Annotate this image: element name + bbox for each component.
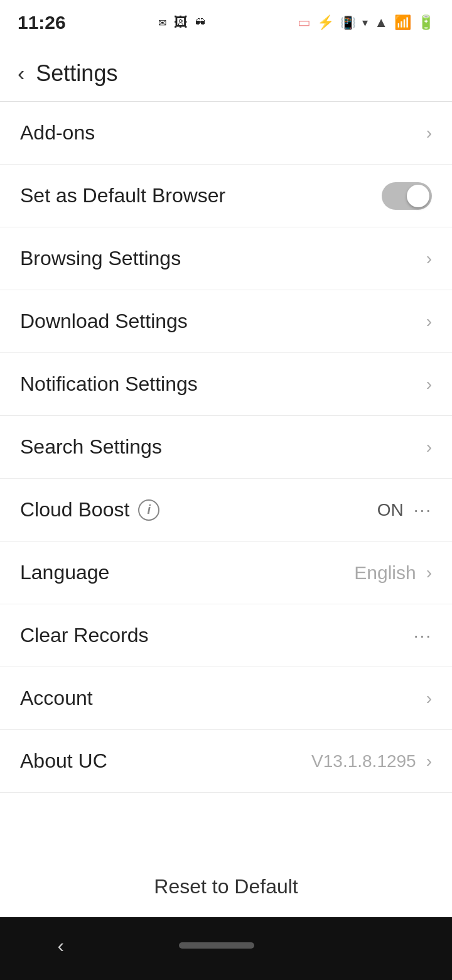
reset-section: Reset to Default (0, 850, 452, 917)
settings-item-cloud-boost[interactable]: Cloud Boost i ON ··· (0, 479, 452, 542)
browsing-settings-label: Browsing Settings (20, 247, 181, 270)
nav-bar: ‹ (0, 917, 452, 980)
page-title: Settings (36, 60, 117, 87)
glasses-icon: 🕶 (195, 17, 205, 28)
about-uc-chevron: › (426, 751, 432, 771)
search-settings-label: Search Settings (20, 435, 162, 459)
back-button[interactable]: ‹ (18, 61, 24, 85)
cast-icon: ▭ (298, 14, 311, 31)
settings-list: Add-ons › Set as Default Browser Browsin… (0, 102, 452, 850)
reset-to-default-button[interactable]: Reset to Default (154, 875, 298, 898)
battery-icon: 🔋 (417, 14, 434, 31)
settings-header: ‹ Settings (0, 45, 452, 102)
data-down-icon: ▾ (362, 16, 368, 30)
toggle-thumb (407, 185, 429, 207)
settings-item-notification[interactable]: Notification Settings › (0, 353, 452, 416)
add-ons-chevron: › (426, 123, 432, 143)
about-uc-label: About UC (20, 749, 107, 773)
status-right-icons: ▭ ⚡ 📳 ▾ ▲ 📶 🔋 (298, 14, 434, 31)
status-left-icons: ✉ 🖼 🕶 (158, 14, 205, 31)
wifi-icon: ▲ (374, 14, 388, 31)
settings-item-language[interactable]: Language English › (0, 542, 452, 604)
settings-item-search[interactable]: Search Settings › (0, 416, 452, 479)
account-chevron: › (426, 689, 432, 709)
cloud-boost-more-icon[interactable]: ··· (414, 500, 432, 520)
language-value: English (354, 562, 416, 584)
settings-item-about-uc[interactable]: About UC V13.1.8.1295 › (0, 730, 452, 793)
vibrate-icon: 📳 (340, 15, 356, 30)
cloud-boost-info-icon[interactable]: i (138, 499, 159, 521)
settings-item-default-browser[interactable]: Set as Default Browser (0, 165, 452, 227)
status-bar: 11:26 ✉ 🖼 🕶 ▭ ⚡ 📳 ▾ ▲ 📶 🔋 (0, 0, 452, 45)
notification-settings-label: Notification Settings (20, 373, 198, 396)
browsing-chevron: › (426, 249, 432, 269)
default-browser-label: Set as Default Browser (20, 184, 225, 207)
clear-records-more-icon[interactable]: ··· (414, 626, 432, 646)
add-ons-label: Add-ons (20, 121, 95, 144)
nav-back-button[interactable]: ‹ (58, 934, 65, 957)
clear-records-label: Clear Records (20, 624, 149, 647)
signal-icon: 📶 (394, 14, 411, 31)
settings-item-add-ons[interactable]: Add-ons › (0, 102, 452, 165)
about-uc-version: V13.1.8.1295 (311, 751, 416, 771)
account-label: Account (20, 687, 93, 710)
search-chevron: › (426, 437, 432, 457)
nav-home-indicator[interactable] (179, 942, 254, 949)
settings-item-account[interactable]: Account › (0, 667, 452, 730)
settings-item-browsing[interactable]: Browsing Settings › (0, 227, 452, 290)
download-settings-label: Download Settings (20, 310, 188, 333)
download-chevron: › (426, 312, 432, 332)
cloud-boost-status: ON (377, 500, 404, 520)
cloud-boost-label: Cloud Boost (20, 498, 129, 521)
image-icon: 🖼 (174, 14, 188, 31)
language-label: Language (20, 561, 109, 584)
status-time: 11:26 (18, 12, 66, 33)
settings-item-clear-records[interactable]: Clear Records ··· (0, 604, 452, 667)
settings-item-download[interactable]: Download Settings › (0, 290, 452, 353)
default-browser-toggle[interactable] (382, 182, 432, 210)
language-chevron: › (426, 563, 432, 583)
bluetooth-icon: ⚡ (317, 14, 334, 31)
notification-chevron: › (426, 374, 432, 395)
mail-icon: ✉ (158, 17, 166, 29)
